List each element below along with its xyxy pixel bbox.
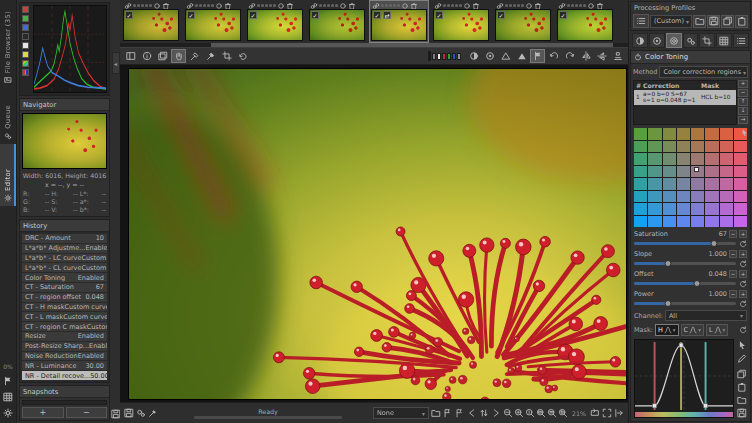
photo-canvas[interactable]: [128, 68, 627, 400]
filmstrip-thumbnail[interactable]: ✓: [308, 1, 366, 42]
collapse-left-panel-button[interactable]: ◂: [112, 52, 120, 74]
slider-reset-icon[interactable]: [739, 240, 747, 248]
color-label-dot[interactable]: [319, 4, 322, 7]
save-profile-button[interactable]: [707, 15, 720, 28]
slider-reset-icon[interactable]: [739, 260, 747, 268]
color-label-dot[interactable]: [261, 4, 264, 7]
bar-mode-button[interactable]: [22, 69, 29, 76]
color-label-dot[interactable]: [513, 4, 516, 7]
main-tab-file[interactable]: File Browser (35): [0, 0, 16, 88]
color-label-dot[interactable]: [381, 4, 384, 7]
color-label-dot[interactable]: [195, 4, 198, 7]
color-label-dot[interactable]: [517, 4, 520, 7]
copy-profile-button[interactable]: [721, 15, 734, 28]
grid-edit-pointer-icon[interactable]: [740, 128, 749, 137]
color-label-dot[interactable]: [397, 4, 400, 7]
color-picker-toggle-button[interactable]: [530, 49, 545, 63]
red-channel-button[interactable]: [22, 6, 29, 13]
color-label-dot[interactable]: [451, 4, 454, 7]
zoom-fit-button[interactable]: [536, 408, 546, 418]
color-label-dot[interactable]: [575, 4, 578, 7]
slider-thumb[interactable]: [664, 260, 671, 267]
curve-paste-icon[interactable]: [737, 382, 747, 392]
profile-folder-button[interactable]: [431, 408, 441, 418]
bg-color-swatch[interactable]: [452, 53, 456, 60]
mask-l-button[interactable]: L▾: [706, 324, 728, 336]
history-row[interactable]: Color ToningEnabled: [22, 273, 107, 282]
color-label-dot[interactable]: [459, 4, 462, 7]
curve-load-icon[interactable]: [737, 395, 747, 405]
paste-profile-button[interactable]: [735, 15, 748, 28]
color-label-dot[interactable]: [385, 4, 388, 7]
mask-c-button[interactable]: C▾: [681, 324, 704, 336]
duplicate-region-button[interactable]: →: [738, 116, 748, 124]
slider-thumb[interactable]: [694, 280, 701, 287]
color-label-dot[interactable]: [273, 4, 276, 7]
color-label-dot[interactable]: [269, 4, 272, 7]
color-label-dot[interactable]: [579, 4, 582, 7]
rotate-tool-button[interactable]: [235, 49, 250, 63]
bg-color-swatch[interactable]: [432, 53, 436, 60]
curve-copy-icon[interactable]: [737, 369, 747, 379]
color-label-dot[interactable]: [133, 4, 136, 7]
tab-exposure[interactable]: [632, 33, 648, 48]
crop-tool-button[interactable]: [219, 49, 234, 63]
detach-panels-button[interactable]: [614, 408, 624, 418]
color-label-dot[interactable]: [521, 4, 524, 7]
history-row[interactable]: NR - Detail recove...50.00: [22, 371, 107, 380]
curve-save-icon[interactable]: [737, 408, 747, 418]
color-label-dot[interactable]: [509, 4, 512, 7]
add-snapshot-button[interactable]: +: [22, 407, 64, 418]
save-snapshot-icon[interactable]: [111, 409, 121, 419]
zoom-100-button[interactable]: [525, 408, 535, 418]
color-label-dot[interactable]: [149, 4, 152, 7]
fullscreen-button[interactable]: [602, 408, 612, 418]
focus-mask-button[interactable]: [482, 49, 497, 63]
prev-image-button[interactable]: [467, 408, 477, 418]
filmstrip-thumbnail[interactable]: ✓: [122, 1, 180, 42]
slider-thumb[interactable]: [664, 300, 671, 307]
curve-edit-pencil-icon[interactable]: [737, 353, 747, 363]
history-row[interactable]: L*a*b* Adjustme...Enabled: [22, 244, 107, 253]
tab-color[interactable]: [666, 33, 682, 48]
channel-dropdown[interactable]: All ▾: [665, 310, 747, 321]
slider-decrement-button[interactable]: −: [729, 250, 737, 258]
main-tab-queue[interactable]: Queue: [0, 88, 16, 144]
power-toggle-icon[interactable]: [634, 53, 642, 61]
color-label-dot[interactable]: [447, 4, 450, 7]
green-channel-button[interactable]: [22, 15, 29, 22]
color-label-dot[interactable]: [389, 4, 392, 7]
bg-color-swatch[interactable]: [437, 53, 441, 60]
straighten-tool-button[interactable]: [187, 49, 202, 63]
history-row[interactable]: ResizeEnabled: [22, 332, 107, 341]
navigator-thumbnail[interactable]: [22, 113, 107, 169]
filmstrip-thumbnail[interactable]: ✓: [184, 1, 242, 42]
delete-snapshot-button[interactable]: −: [66, 407, 108, 418]
before-after-button[interactable]: [155, 49, 170, 63]
blue-channel-button[interactable]: [22, 24, 29, 31]
sync-filebrowser-button[interactable]: [479, 408, 489, 418]
slider-track[interactable]: [634, 302, 736, 305]
filmstrip-thumbnail[interactable]: ✓: [432, 1, 490, 42]
color-label-dot[interactable]: [323, 4, 326, 7]
filmstrip-thumbnail[interactable]: ✓: [556, 1, 614, 42]
bg-color-swatch[interactable]: [428, 51, 431, 61]
slider-track[interactable]: [634, 242, 736, 245]
move-region-down-button[interactable]: ↓: [738, 107, 748, 115]
color-label-dot[interactable]: [207, 4, 210, 7]
slider-thumb[interactable]: [710, 240, 717, 247]
shadow-clip-button[interactable]: [498, 49, 513, 63]
color-label-dot[interactable]: [455, 4, 458, 7]
chroma-channel-button[interactable]: [22, 51, 29, 58]
filmstrip-thumbnail[interactable]: ✓: [246, 1, 304, 42]
slider-decrement-button[interactable]: −: [729, 230, 737, 238]
region-row-selected[interactable]: 1 a=0 b=0 S=67 s=1 o=0.048 p=1 HCL b=10: [634, 90, 736, 105]
slider-decrement-button[interactable]: −: [729, 290, 737, 298]
color-label-dot[interactable]: [327, 4, 330, 7]
value-channel-button[interactable]: [22, 42, 29, 49]
next-image-button[interactable]: [491, 408, 501, 418]
hide-left-panel-button[interactable]: [123, 49, 138, 63]
history-row[interactable]: Noise ReductionEnabled: [22, 352, 107, 361]
color-label-dot[interactable]: [137, 4, 140, 7]
history-row[interactable]: L*a*b* - CL curveCustom curve: [22, 263, 107, 272]
